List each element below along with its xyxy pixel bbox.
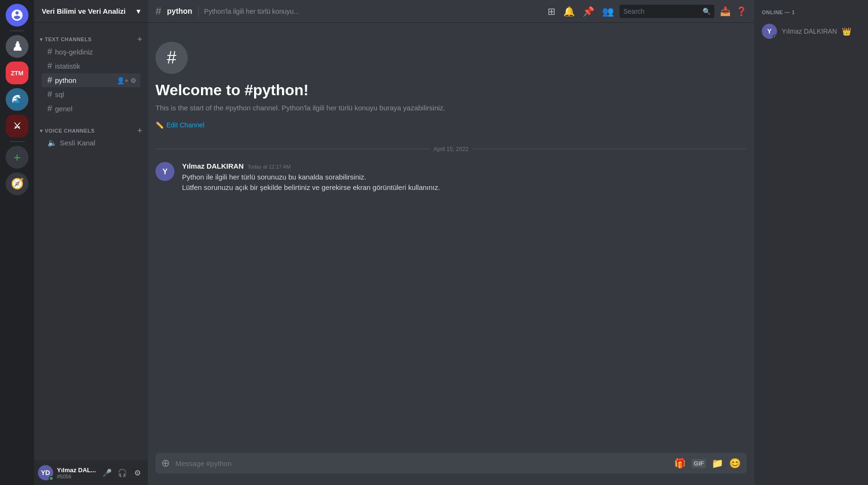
message: Y Yılmaz DALKIRAN Today at 12:17 AM Pyth… [155,160,747,195]
message-input[interactable] [175,454,668,473]
channel-header-name: python [167,7,192,16]
input-actions: 🎁 GIF 📁 😊 [674,458,741,469]
server-icon-home[interactable] [6,4,28,27]
members-icon[interactable]: 👥 [602,6,614,17]
avatar: YD [38,465,53,480]
message-line-1: Python ile ilgili her türlü sorunuzu bu … [182,172,747,183]
add-text-channel-button[interactable]: + [137,35,142,44]
message-text: Python ile ilgili her türlü sorunuzu bu … [182,172,747,193]
svg-text:Y: Y [767,27,772,35]
collapse-icon: ▾ [40,36,43,43]
add-attachment-button[interactable]: ⊕ [161,457,170,469]
message-line-2: Lütfen sorunuzu açık bir şekilde belirti… [182,182,747,193]
channel-item-genel[interactable]: # genel [42,102,140,116]
channel-item-hos-geldiniz[interactable]: # hoş-geldiniz [42,45,140,59]
member-name: Yılmaz DALKIRAN [782,27,837,35]
channel-item-sesli[interactable]: 🔈 Sesli Kanal [42,136,140,149]
pencil-icon: ✏️ [155,121,164,129]
message-input-box: ⊕ 🎁 GIF 📁 😊 [155,453,747,474]
message-author: Yılmaz DALKIRAN [182,162,244,170]
channel-item-sql[interactable]: # sql [42,88,140,101]
main-content: # python Python'la ilgili her türlü konu… [148,0,754,485]
date-text: April 15, 2022 [433,146,468,153]
hash-icon: # [47,47,52,57]
server-list: ♟ ZTM 🌊 ⚔ + 🧭 [0,0,34,485]
attachment-icon[interactable]: 📁 [712,458,723,469]
svg-text:YD: YD [41,469,50,476]
welcome-desc: This is the start of the #python channel… [155,103,747,114]
gift-icon[interactable]: 🎁 [674,458,686,469]
pin-icon[interactable]: 📌 [583,6,594,17]
channel-actions: 👤+ ⚙ [117,77,137,84]
emoji-icon[interactable]: 😊 [729,458,741,469]
voice-channels-label: ▾ VOICE CHANNELS [40,128,95,134]
search-input[interactable] [623,8,699,15]
text-channels-label: ▾ TEXT CHANNELS [40,36,91,43]
username: Yılmaz DAL... [57,467,97,474]
header-divider [198,6,199,17]
search-icon: 🔍 [703,8,711,15]
channel-header-hash-icon: # [155,5,161,18]
voice-channels-header[interactable]: ▾ VOICE CHANNELS + [38,126,144,136]
text-channels-header[interactable]: ▾ TEXT CHANNELS + [38,34,144,45]
edit-channel-button[interactable]: ✏️ Edit Channel [155,121,747,129]
channel-header-desc: Python'la ilgili her türlü konuyu... [204,8,542,15]
channel-sidebar: Veri Bilimi ve Veri Analizi ▾ ▾ TEXT CHA… [34,0,148,485]
notification-icon[interactable]: 🔔 [563,6,575,17]
chat-area: # Welcome to #python! This is the start … [148,23,754,453]
member-avatar: Y [762,24,777,39]
text-channels-category: ▾ TEXT CHANNELS + # hoş-geldiniz # istat… [34,27,148,118]
gif-button[interactable]: GIF [692,459,706,468]
hash-icon: # [47,104,52,114]
channel-item-python[interactable]: # python 👤+ ⚙ [42,73,140,87]
channel-name: Sesli Kanal [60,139,137,147]
server-icon-wave[interactable]: 🌊 [6,88,28,111]
channels-list: ▾ TEXT CHANNELS + # hoş-geldiniz # istat… [34,23,148,460]
status-dot [49,476,54,481]
chevron-down-icon: ▾ [137,7,140,16]
deafen-button[interactable]: 🎧 [116,466,129,479]
search-bar[interactable]: 🔍 [620,5,714,18]
user-tag: #5056 [57,474,97,479]
channel-name: hoş-geldiniz [55,48,137,56]
date-divider: April 15, 2022 [155,138,747,160]
server-icon-current[interactable]: ⚔ [6,115,28,137]
mute-button[interactable]: 🎤 [101,466,114,479]
server-divider [9,30,25,31]
server-divider-2 [9,141,25,142]
member-badge: 👑 [842,27,851,36]
channel-item-istatistik[interactable]: # istatistik [42,59,140,73]
server-icon-add[interactable]: + [6,146,28,169]
member-item-yilmaz[interactable]: Y Yılmaz DALKIRAN 👑 [758,21,864,42]
hash-icon: # [47,90,52,99]
welcome-icon: # [155,42,188,74]
channel-name: genel [55,105,137,113]
server-icon-chess[interactable]: ♟ [6,35,28,58]
voice-icon: 🔈 [47,138,57,147]
server-icon-discover[interactable]: 🧭 [6,172,28,195]
user-controls: 🎤 🎧 ⚙ [101,466,144,479]
online-count: ONLINE — 1 [758,8,864,17]
channel-header: # python Python'la ilgili her türlü konu… [148,0,754,23]
add-member-icon[interactable]: 👤+ [117,77,128,84]
message-timestamp: Today at 12:17 AM [247,164,291,170]
message-header: Yılmaz DALKIRAN Today at 12:17 AM [182,162,747,170]
add-voice-channel-button[interactable]: + [137,126,142,135]
user-settings-button[interactable]: ⚙ [131,466,144,479]
server-name: Veri Bilimi ve Veri Analizi [42,7,126,15]
channel-name: python [55,76,114,84]
user-info: Yılmaz DAL... #5056 [57,467,97,479]
help-icon[interactable]: ❓ [736,6,747,17]
channels-icon[interactable]: ⊞ [548,6,556,17]
server-icon-ztm[interactable]: ZTM [6,62,28,84]
user-bar: YD Yılmaz DAL... #5056 🎤 🎧 ⚙ [34,460,148,485]
channel-welcome: # Welcome to #python! This is the start … [155,23,747,138]
settings-icon[interactable]: ⚙ [130,77,137,84]
inbox-icon[interactable]: 📥 [720,6,731,17]
edit-channel-label: Edit Channel [166,121,204,129]
svg-text:Y: Y [163,168,168,176]
collapse-icon: ▾ [40,128,43,134]
message-content: Yılmaz DALKIRAN Today at 12:17 AM Python… [182,162,747,193]
hash-icon: # [47,61,52,71]
server-name-bar[interactable]: Veri Bilimi ve Veri Analizi ▾ [34,0,148,23]
